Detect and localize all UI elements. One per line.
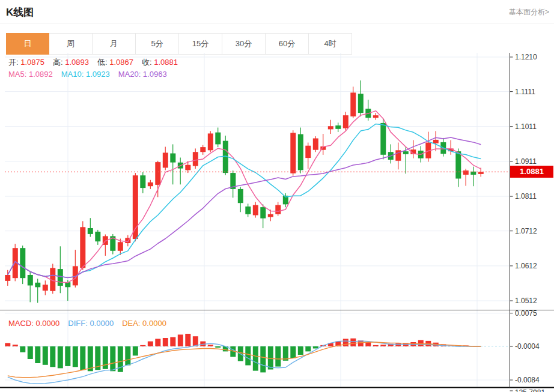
page-header: K线图 基本面分析>	[0, 0, 554, 23]
legend-item: 开: 1.0875	[8, 58, 44, 67]
fundamental-analysis-link[interactable]: 基本面分析>	[509, 7, 549, 17]
period-tabbar: 日周月5分15分30分60分4时	[6, 33, 352, 55]
svg-text:1.0612: 1.0612	[515, 262, 537, 270]
legend-item: DEA: 0.0000	[122, 319, 166, 328]
current-price-badge: 1.0881	[510, 166, 553, 178]
y-axis-labels: 1.12101.11111.10111.09111.08111.07121.06…	[510, 53, 546, 392]
legend-item: 低: 1.0867	[97, 58, 133, 67]
gridlines	[5, 53, 510, 387]
ma20-line	[8, 137, 481, 278]
tab-30min[interactable]: 30分	[222, 33, 266, 55]
svg-text:1.0811: 1.0811	[515, 192, 537, 201]
macd-readout: MACD: 0.0000DIFF: 0.0000DEA: 0.0000	[8, 319, 175, 328]
svg-text:-0.0084: -0.0084	[515, 376, 540, 384]
kline-chart[interactable]: 1.12101.11111.10111.09111.08111.07121.06…	[0, 53, 554, 392]
page-title: K线图	[6, 5, 34, 19]
macd-dif-line	[8, 341, 481, 384]
svg-text:0.0075: 0.0075	[515, 309, 537, 318]
svg-text:1.0512: 1.0512	[515, 297, 537, 305]
svg-text:1.0712: 1.0712	[515, 227, 537, 235]
tab-15min[interactable]: 15分	[179, 33, 222, 55]
tab-60min[interactable]: 60分	[266, 33, 309, 55]
candles	[5, 80, 484, 303]
legend-item: DIFF: 0.0000	[68, 319, 114, 328]
tab-4hour[interactable]: 4时	[309, 33, 352, 55]
tab-week[interactable]: 周	[49, 33, 93, 55]
ohlc-readout: 开: 1.0875高: 1.0893低: 1.0867收: 1.0881	[8, 57, 186, 68]
legend-item: 收: 1.0881	[142, 58, 178, 67]
tab-month[interactable]: 月	[93, 33, 136, 55]
macd-dea-line	[8, 342, 481, 378]
macd-histogram	[5, 334, 469, 372]
legend-item: MA10: 1.0923	[61, 70, 110, 79]
tab-5min[interactable]: 5分	[136, 33, 179, 55]
svg-text:1.1210: 1.1210	[515, 53, 537, 61]
legend-item: 高: 1.0893	[53, 58, 89, 67]
svg-text:1.1011: 1.1011	[515, 122, 537, 131]
legend-item: MACD: 0.0000	[8, 319, 59, 328]
ma10-line	[8, 124, 481, 278]
legend-item: MA20: 1.0963	[118, 70, 167, 79]
chart-canvas: 1.12101.11111.10111.09111.08111.07121.06…	[0, 53, 554, 392]
ma5-line	[8, 111, 481, 283]
svg-text:1.0911: 1.0911	[515, 157, 537, 166]
svg-text:-0.0004: -0.0004	[515, 342, 540, 351]
ma-readout: MA5: 1.0892MA10: 1.0923MA20: 1.0963	[8, 70, 175, 79]
legend-item: MA5: 1.0892	[8, 70, 53, 79]
bottom-border	[0, 387, 554, 388]
tab-day[interactable]: 日	[6, 33, 49, 55]
svg-text:1.1111: 1.1111	[515, 88, 535, 96]
partial-axis-label: 135.7981	[515, 388, 545, 392]
